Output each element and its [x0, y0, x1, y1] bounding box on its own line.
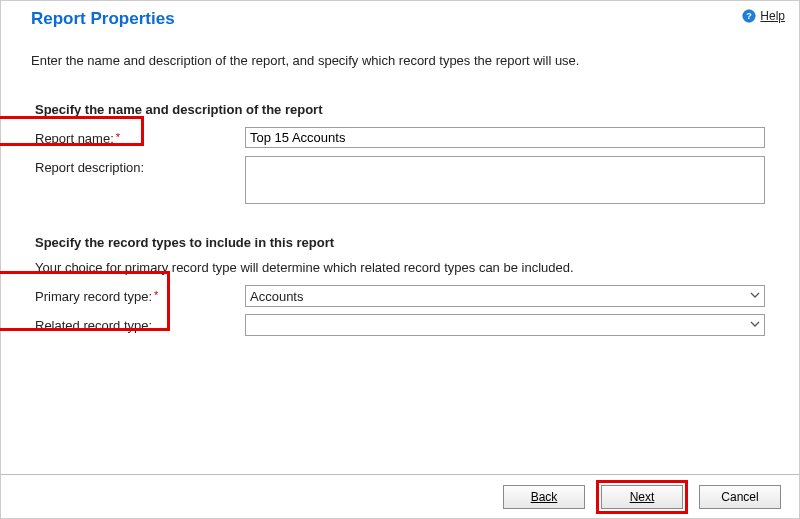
section-record-types-note: Your choice for primary record type will…	[35, 260, 765, 285]
section-name-desc-heading: Specify the name and description of the …	[35, 88, 765, 127]
related-record-type-label: Related record type:	[35, 314, 245, 337]
back-button[interactable]: Back	[503, 485, 585, 509]
intro-text: Enter the name and description of the re…	[1, 29, 799, 80]
chevron-down-icon	[750, 290, 760, 302]
primary-record-type-value: Accounts	[250, 289, 303, 304]
related-record-type-select[interactable]	[245, 314, 765, 336]
report-name-label: Report name:*	[35, 127, 245, 150]
report-name-input[interactable]	[245, 127, 765, 148]
page-title: Report Properties	[31, 9, 175, 29]
svg-text:?: ?	[747, 11, 753, 21]
chevron-down-icon	[750, 319, 760, 331]
help-link[interactable]: ? Help	[742, 9, 785, 23]
report-description-input[interactable]	[245, 156, 765, 204]
cancel-button[interactable]: Cancel	[699, 485, 781, 509]
section-record-types-heading: Specify the record types to include in t…	[35, 221, 765, 260]
help-label: Help	[760, 9, 785, 23]
wizard-footer: Back Next Cancel	[1, 474, 799, 518]
report-description-label: Report description:	[35, 156, 245, 179]
primary-record-type-select[interactable]: Accounts	[245, 285, 765, 307]
help-icon: ?	[742, 9, 756, 23]
primary-record-type-label: Primary record type:*	[35, 285, 245, 308]
next-button[interactable]: Next	[601, 485, 683, 509]
